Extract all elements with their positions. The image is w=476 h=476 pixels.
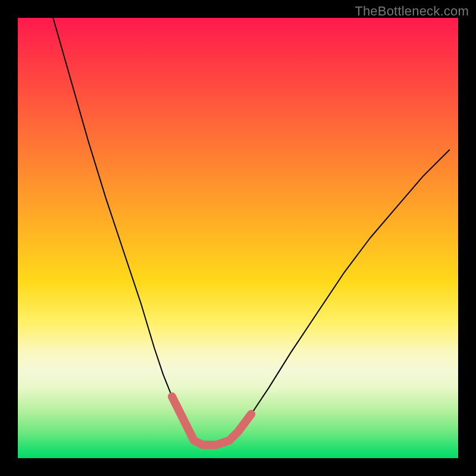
curve-line <box>53 18 449 445</box>
plot-area <box>18 18 458 458</box>
watermark-text: TheBottleneck.com <box>355 4 469 19</box>
chart-frame: TheBottleneck.com <box>0 0 476 476</box>
chart-svg <box>18 18 458 458</box>
highlight-segment <box>172 396 251 444</box>
